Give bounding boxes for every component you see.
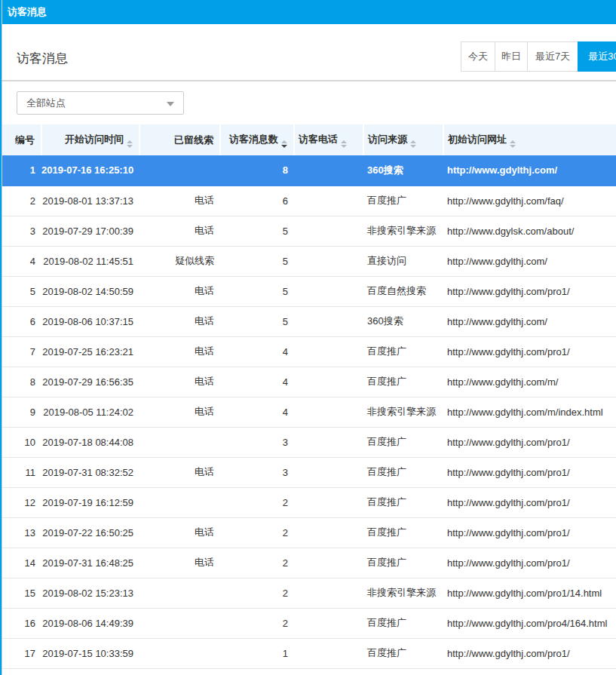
table-row[interactable]: 52019-08-02 14:50:59电话5百度自然搜索http://www.… [0, 276, 616, 306]
cell-url: http://www.gdylthj.com/pro1/ [443, 457, 616, 487]
column-header-label: 已留线索 [174, 134, 213, 146]
cell-clue: 电话 [139, 276, 220, 306]
cell-message-count: 3 [220, 427, 294, 457]
column-header-label: 开始访问时间 [65, 133, 124, 145]
cell-message-count: 1 [220, 638, 294, 668]
table-row[interactable]: 152019-08-02 15:23:132非搜索引擎来源http://www.… [0, 578, 616, 608]
date-filter-button[interactable]: 昨日 [495, 41, 528, 72]
table-row[interactable]: 122019-07-19 16:12:592百度推广http://www.gdy… [0, 487, 616, 517]
cell-clue: 电话 [139, 336, 220, 367]
cell-clue [139, 608, 220, 638]
column-header[interactable]: 访客电话 [294, 124, 363, 155]
cell-url: http://www.dgylsk.com/about/ [443, 216, 616, 246]
table-row[interactable]: 142019-07-31 16:48:25电话2百度推广http://www.g… [0, 548, 616, 578]
table-row[interactable]: 42019-08-02 11:45:51疑似线索5直接访问http://www.… [0, 246, 616, 276]
cell-id: 14 [0, 548, 41, 578]
table-row[interactable]: 82019-07-29 16:56:35电话4百度推广http://www.gd… [0, 367, 616, 397]
cell-source: 百度推广 [363, 457, 443, 487]
cell-clue: 电话 [139, 186, 220, 216]
table-row[interactable]: 32019-07-29 17:00:39电话5非搜索引擎来源http://www… [0, 216, 616, 246]
cell-clue: 电话 [139, 216, 220, 246]
cell-url: http://www.gdylthj.com/pro1/ [443, 517, 616, 548]
cell-start-time: 2019-08-06 10:37:15 [41, 306, 139, 336]
cell-message-count: 4 [220, 367, 294, 397]
table-row[interactable]: 22019-08-01 13:37:13电话6百度推广http://www.gd… [0, 186, 616, 216]
cell-url: http://www.gdylthj.com/pro1/ [443, 336, 616, 367]
column-header-label: 访问来源 [368, 133, 407, 145]
cell-message-count: 2 [220, 608, 294, 638]
cell-id: 10 [0, 427, 41, 457]
cell-start-time: 2019-08-01 13:37:13 [41, 186, 139, 216]
cell-url: http://www.gdylthj.com/pro1/ [443, 548, 616, 578]
table-row[interactable]: 62019-08-06 10:37:15电话5360搜索http://www.g… [0, 306, 616, 336]
cell-id: 17 [0, 638, 41, 668]
cell-id: 8 [0, 367, 41, 397]
table-row[interactable]: 12019-07-16 16:25:108360搜索http://www.gdy… [0, 155, 616, 186]
cell-start-time: 2019-08-02 15:23:13 [41, 578, 139, 608]
cell-phone [294, 367, 363, 397]
cell-phone [294, 608, 363, 638]
sort-desc-icon [410, 145, 416, 148]
cell-phone [294, 216, 363, 246]
cell-message-count: 2 [220, 578, 294, 608]
cell-message-count: 8 [220, 155, 294, 186]
cell-id: 1 [0, 155, 41, 186]
date-filter-button[interactable]: 最近7天 [527, 41, 578, 72]
cell-id: 9 [0, 397, 41, 427]
cell-phone [294, 306, 363, 336]
cell-source: 百度推广 [363, 517, 443, 548]
left-accent-strip [0, 0, 2, 675]
sort-asc-icon [510, 140, 516, 143]
cell-phone [294, 336, 363, 367]
cell-url: http://www.gdylthj.com/ [443, 155, 616, 186]
cell-message-count: 3 [220, 457, 294, 487]
cell-clue [139, 638, 220, 668]
column-header: 编号 [0, 124, 41, 155]
cell-url: http://www.gdylthj.com/pro1/ [443, 638, 616, 668]
cell-clue: 疑似线索 [139, 246, 220, 276]
cell-phone [294, 186, 363, 216]
table-row[interactable]: 112019-07-31 08:32:52电话3百度推广http://www.g… [0, 457, 616, 487]
cell-id: 7 [0, 336, 41, 367]
cell-clue [139, 487, 220, 517]
table-row[interactable]: 132019-07-22 16:50:25电话2百度推广http://www.g… [0, 517, 616, 548]
cell-phone [294, 155, 363, 186]
cell-id: 13 [0, 517, 41, 548]
cell-clue: 电话 [139, 367, 220, 397]
column-header[interactable]: 开始访问时间 [41, 124, 139, 155]
cell-start-time: 2019-07-29 16:56:35 [41, 367, 139, 397]
cell-phone [294, 397, 363, 427]
date-filter-button[interactable]: 今天 [461, 41, 495, 72]
cell-source: 百度推广 [363, 487, 443, 517]
cell-url: http://www.gdylthj.com/faq/ [443, 186, 616, 216]
cell-source: 百度推广 [363, 427, 443, 457]
sort-icon [410, 140, 416, 148]
table-row[interactable]: 102019-07-18 08:44:083百度推广http://www.gdy… [0, 427, 616, 457]
cell-start-time: 2019-07-18 08:44:08 [41, 427, 139, 457]
cell-url: http://www.gdylthj.com/m/index.html [443, 397, 616, 427]
cell-id: 11 [0, 457, 41, 487]
site-select[interactable]: 全部站点 [17, 91, 184, 115]
cell-id: 3 [0, 216, 41, 246]
table-row[interactable]: 172019-07-15 10:33:591百度推广http://www.gdy… [0, 638, 616, 668]
table-row[interactable]: 72019-07-25 16:23:21电话4百度推广http://www.gd… [0, 336, 616, 367]
cell-phone [294, 548, 363, 578]
table-row[interactable]: 162019-08-06 14:49:392百度推广http://www.gdy… [0, 608, 616, 638]
cell-phone [294, 517, 363, 548]
column-header[interactable]: 访客消息数 [220, 124, 294, 155]
cell-phone [294, 578, 363, 608]
sort-icon [281, 140, 287, 148]
sort-asc-icon [410, 140, 416, 143]
column-header[interactable]: 初始访问网址 [443, 124, 616, 155]
date-filter-button[interactable]: 最近30天 [578, 41, 616, 72]
cell-id: 6 [0, 306, 41, 336]
column-header[interactable]: 访问来源 [363, 124, 443, 155]
cell-message-count: 4 [220, 336, 294, 367]
cell-start-time: 2019-07-22 16:50:25 [41, 517, 139, 548]
table-row[interactable]: 92019-08-05 11:24:02电话4非搜索引擎来源http://www… [0, 397, 616, 427]
cell-id: 5 [0, 276, 41, 306]
cell-id: 16 [0, 608, 41, 638]
cell-clue: 电话 [139, 517, 220, 548]
page-title: 访客消息 [17, 50, 68, 67]
cell-url: http://www.gdylthj.com/pro1/ [443, 276, 616, 306]
